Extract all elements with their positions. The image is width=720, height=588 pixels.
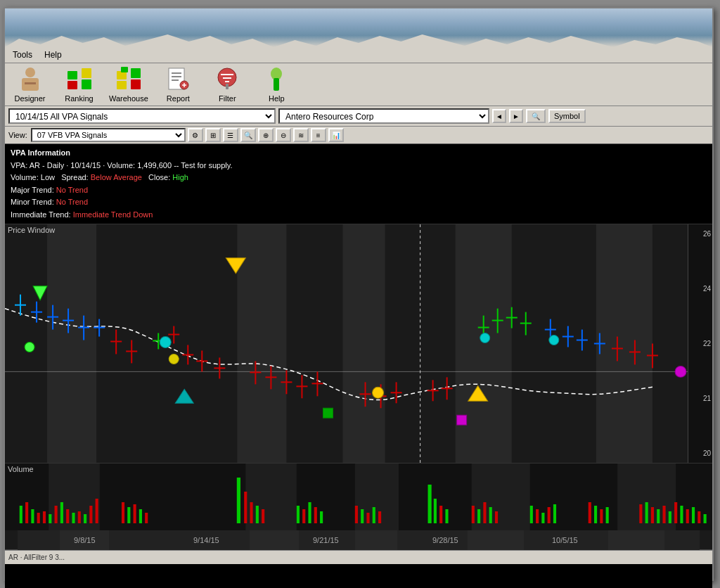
- svg-rect-15: [172, 79, 179, 81]
- info-minor-label: Minor Trend:: [11, 198, 56, 206]
- svg-rect-124: [37, 513, 40, 523]
- wave-icon-btn[interactable]: ≋: [293, 128, 309, 142]
- svg-rect-160: [477, 509, 480, 523]
- svg-rect-139: [145, 513, 148, 523]
- svg-rect-128: [60, 502, 63, 523]
- report-button[interactable]: Report: [159, 66, 198, 103]
- view-dropdown[interactable]: 07 VFB VPA Signals: [31, 128, 186, 142]
- warehouse-label: Warehouse: [109, 94, 148, 103]
- svg-rect-173: [639, 504, 642, 523]
- zoom-in-btn[interactable]: ⊕: [258, 128, 274, 142]
- scan-dropdown[interactable]: 10/14/15 All VPA Signals: [8, 108, 276, 124]
- svg-rect-147: [308, 502, 311, 523]
- svg-rect-126: [49, 514, 51, 523]
- designer-label: Designer: [14, 94, 45, 103]
- designer-icon: [16, 66, 44, 93]
- svg-rect-158: [445, 509, 448, 523]
- prev-button[interactable]: ◄: [492, 109, 506, 123]
- svg-rect-162: [489, 507, 492, 523]
- svg-point-0: [25, 68, 35, 77]
- table-icon-btn[interactable]: ☰: [223, 128, 238, 142]
- menu-tools[interactable]: Tools: [8, 49, 37, 61]
- price-window-label: Price Window: [8, 226, 55, 234]
- symbol-button[interactable]: Symbol: [548, 109, 586, 123]
- svg-point-110: [373, 387, 384, 398]
- info-close: High: [172, 173, 188, 181]
- search-button[interactable]: 🔍: [526, 109, 546, 123]
- svg-text:9/8/15: 9/8/15: [74, 536, 96, 544]
- date-axis: 9/8/15 9/14/15 9/21/15 9/28/15 10/5/15: [5, 530, 712, 550]
- info-line1: VPA: AR - Daily · 10/14/15 · Volume: 1,4…: [11, 160, 707, 172]
- next-button[interactable]: ►: [509, 109, 523, 123]
- svg-rect-109: [323, 408, 333, 418]
- volume-label: Volume: [8, 465, 34, 473]
- help-label: Help: [269, 94, 285, 103]
- svg-rect-3: [68, 71, 77, 79]
- svg-text:9/28/15: 9/28/15: [432, 536, 458, 544]
- zoom-out-btn[interactable]: ⊖: [276, 128, 291, 142]
- svg-rect-188: [355, 530, 397, 550]
- list-icon-btn[interactable]: ≡: [311, 128, 326, 142]
- svg-rect-187: [250, 530, 299, 550]
- designer-button[interactable]: Designer: [11, 66, 49, 103]
- svg-rect-182: [692, 507, 695, 523]
- svg-rect-161: [483, 502, 486, 523]
- svg-rect-13: [172, 72, 181, 74]
- svg-rect-172: [606, 507, 609, 523]
- svg-rect-144: [262, 509, 264, 523]
- svg-rect-164: [530, 506, 533, 523]
- report-icon: [164, 66, 192, 93]
- svg-rect-25: [274, 78, 279, 91]
- info-volume-low: Volume: Low Spread:: [11, 173, 91, 181]
- menubar: Tools Help: [5, 47, 712, 63]
- svg-rect-150: [355, 506, 358, 523]
- svg-rect-166: [541, 513, 544, 523]
- svg-rect-190: [608, 530, 664, 550]
- svg-rect-130: [72, 513, 75, 523]
- price-tick-20: 20: [690, 449, 711, 457]
- svg-rect-127: [55, 506, 58, 523]
- stock-dropdown[interactable]: Antero Resources Corp: [278, 108, 489, 124]
- date-axis-svg: 9/8/15 9/14/15 9/21/15 9/28/15 10/5/15: [5, 530, 712, 550]
- filter-button[interactable]: Filter: [208, 66, 247, 103]
- info-major-trend: No Trend: [56, 186, 88, 194]
- volume-chart-svg: [5, 464, 712, 530]
- svg-rect-30: [456, 224, 512, 463]
- zoom-icon-btn[interactable]: 🔍: [240, 128, 256, 142]
- info-immediate-trend: Immediate Trend Down: [73, 210, 153, 219]
- svg-rect-9: [131, 68, 141, 78]
- info-close-label: Close:: [144, 173, 172, 181]
- svg-rect-142: [250, 502, 252, 523]
- price-tick-24: 24: [690, 285, 711, 293]
- svg-rect-152: [366, 513, 369, 523]
- price-tick-26: 26: [690, 230, 711, 238]
- menu-help[interactable]: Help: [40, 49, 66, 61]
- grid-icon-btn[interactable]: ⊞: [205, 128, 221, 142]
- svg-rect-111: [457, 415, 467, 425]
- info-spread: Below Average: [91, 173, 142, 181]
- torn-top-edge: [5, 8, 712, 47]
- svg-rect-132: [84, 514, 86, 523]
- svg-point-113: [675, 366, 686, 377]
- svg-rect-146: [302, 509, 305, 523]
- settings-icon-btn[interactable]: ⚙: [188, 128, 203, 142]
- ranking-button[interactable]: Ranking: [60, 66, 98, 103]
- price-chart-svg: [5, 224, 688, 463]
- svg-rect-155: [428, 485, 432, 523]
- bar-chart-btn[interactable]: 📊: [328, 128, 344, 142]
- warehouse-button[interactable]: Warehouse: [109, 66, 148, 103]
- svg-rect-154: [378, 511, 381, 523]
- svg-point-106: [549, 335, 559, 345]
- help-button[interactable]: Help: [257, 66, 296, 103]
- svg-text:10/5/15: 10/5/15: [552, 536, 578, 544]
- svg-rect-183: [698, 511, 700, 523]
- svg-rect-21: [223, 77, 231, 79]
- view-row: View: 07 VFB VPA Signals ⚙ ⊞ ☰ 🔍 ⊕ ⊖ ≋ ≡…: [5, 127, 712, 144]
- info-line5: Immediate Trend: Immediate Trend Down: [11, 209, 707, 221]
- svg-rect-168: [553, 504, 556, 523]
- info-immediate-label: Immediate Trend:: [11, 210, 73, 219]
- dropdown-row-1: 10/14/15 All VPA Signals Antero Resource…: [5, 106, 712, 127]
- svg-rect-145: [297, 506, 300, 523]
- view-label: View:: [8, 131, 27, 139]
- app-window: Tools Help Designer: [4, 7, 714, 581]
